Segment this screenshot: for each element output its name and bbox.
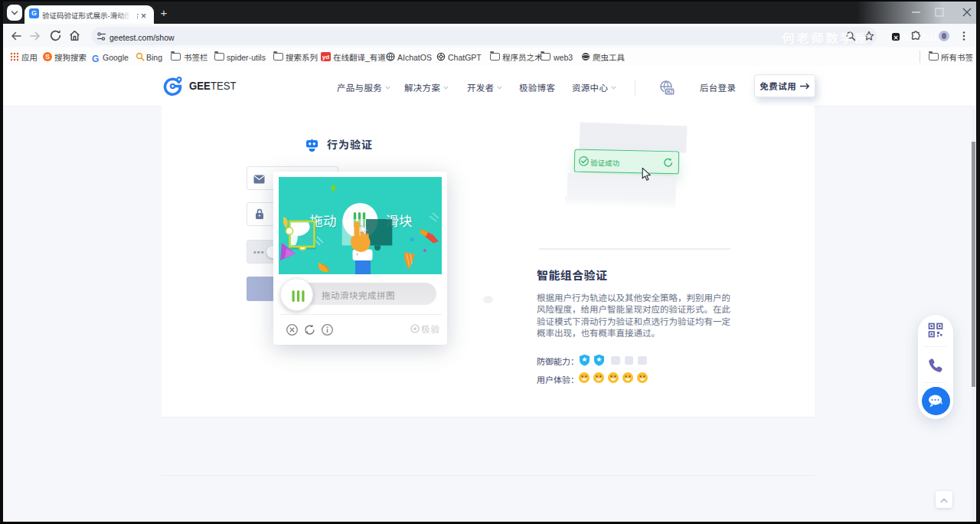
svg-text:CN: CN	[666, 89, 674, 94]
